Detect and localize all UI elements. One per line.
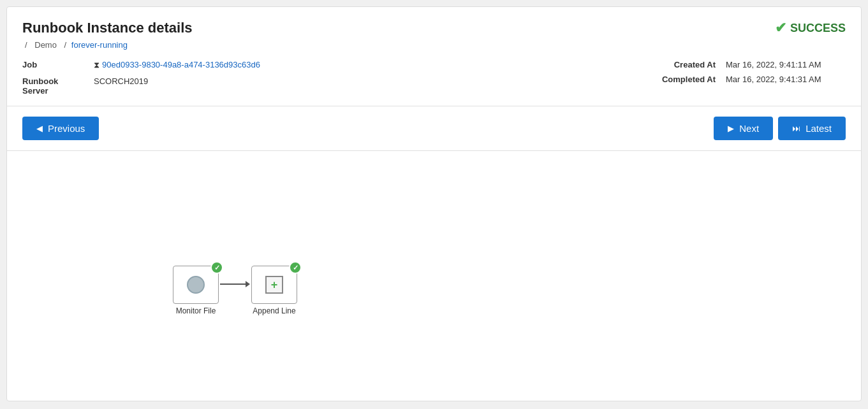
- workflow-connector: [220, 281, 250, 287]
- completed-at-label: Completed At: [652, 75, 716, 84]
- monitor-file-label: Monitor File: [176, 306, 216, 315]
- breadcrumb-separator-1: /: [25, 40, 27, 50]
- monitor-file-success-badge: ✓: [210, 261, 223, 274]
- header-section: Runbook Instance details ✔ SUCCESS / Dem…: [7, 7, 861, 106]
- node-append-line[interactable]: + ✓ Append Line: [251, 266, 297, 315]
- created-at-label: Created At: [652, 60, 716, 69]
- breadcrumb-forever-running[interactable]: forever-running: [71, 40, 128, 50]
- meta-left: Job ⧗90ed0933-9830-49a8-a474-3136d93c63d…: [22, 60, 434, 96]
- job-label: Job: [22, 60, 86, 69]
- connector-arrow-icon: [246, 281, 250, 287]
- previous-button[interactable]: ◀ Previous: [22, 117, 99, 140]
- latest-icon: ⏭: [792, 124, 800, 133]
- created-at-row: Created At Mar 16, 2022, 9:41:11 AM: [652, 60, 841, 69]
- node-monitor-file[interactable]: ✓ Monitor File: [173, 266, 219, 315]
- success-check-icon: ✔: [775, 20, 786, 36]
- next-icon: ▶: [728, 124, 734, 133]
- workflow-nodes: ✓ Monitor File + ✓ Append Line: [173, 266, 297, 315]
- job-id-link[interactable]: 90ed0933-9830-49a8-a474-3136d93c63d6: [102, 60, 260, 69]
- monitor-file-icon: [187, 276, 205, 294]
- meta-right: Created At Mar 16, 2022, 9:41:11 AM Comp…: [434, 60, 846, 96]
- append-line-icon: +: [265, 276, 283, 294]
- page-title: Runbook Instance details: [22, 20, 193, 36]
- append-line-label: Append Line: [253, 306, 295, 315]
- workflow-canvas: ✓ Monitor File + ✓ Append Line: [7, 151, 861, 380]
- metadata-grid: Job ⧗90ed0933-9830-49a8-a474-3136d93c63d…: [22, 60, 846, 96]
- breadcrumb: / Demo / forever-running: [22, 40, 846, 50]
- completed-at-row: Completed At Mar 16, 2022, 9:41:31 AM: [652, 75, 841, 84]
- runbook-server-row: RunbookServer SCORCH2019: [22, 76, 434, 96]
- nav-right-buttons: ▶ Next ⏭ Latest: [714, 117, 846, 140]
- connector-line: [220, 283, 246, 285]
- previous-icon: ◀: [36, 124, 43, 133]
- next-button[interactable]: ▶ Next: [714, 117, 773, 140]
- completed-at-value: Mar 16, 2022, 9:41:31 AM: [726, 75, 841, 84]
- title-row: Runbook Instance details ✔ SUCCESS: [22, 20, 846, 36]
- node-append-line-box: + ✓: [251, 266, 297, 304]
- append-line-success-badge: ✓: [289, 261, 302, 274]
- navigation-row: ◀ Previous ▶ Next ⏭ Latest: [7, 106, 861, 151]
- created-at-value: Mar 16, 2022, 9:41:11 AM: [726, 60, 841, 69]
- node-monitor-file-box: ✓: [173, 266, 219, 304]
- runbook-server-label: RunbookServer: [22, 76, 86, 96]
- breadcrumb-separator-2: /: [64, 40, 69, 50]
- job-row: Job ⧗90ed0933-9830-49a8-a474-3136d93c63d…: [22, 60, 434, 70]
- page-container: Runbook Instance details ✔ SUCCESS / Dem…: [6, 6, 862, 401]
- runbook-server-value: SCORCH2019: [94, 76, 148, 86]
- status-label: SUCCESS: [790, 22, 846, 35]
- job-value: ⧗90ed0933-9830-49a8-a474-3136d93c63d6: [94, 60, 260, 70]
- breadcrumb-demo: Demo: [34, 40, 57, 50]
- append-plus-symbol: +: [271, 279, 278, 291]
- previous-label: Previous: [48, 123, 85, 134]
- next-label: Next: [739, 123, 759, 134]
- job-icon: ⧗: [94, 60, 99, 69]
- status-badge: ✔ SUCCESS: [775, 20, 846, 36]
- latest-label: Latest: [805, 123, 832, 134]
- latest-button[interactable]: ⏭ Latest: [778, 117, 846, 140]
